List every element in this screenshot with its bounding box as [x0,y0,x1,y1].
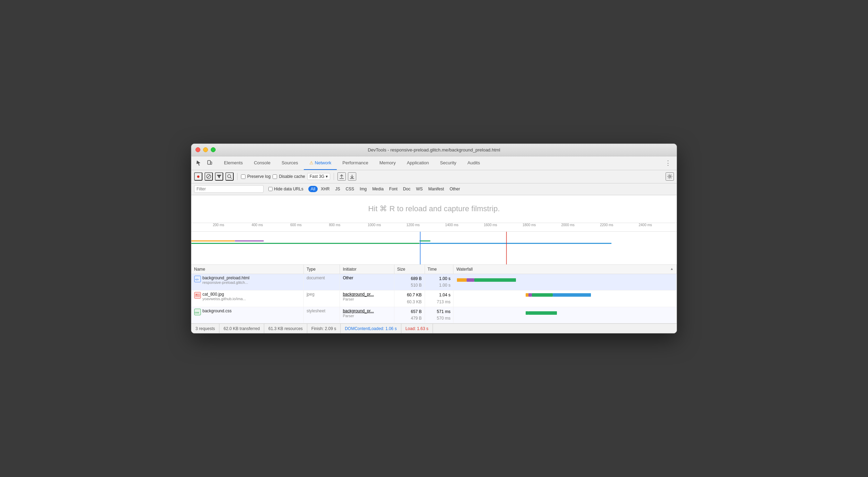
table-row: cat_800.jpg yoavweiss.github.io/ima... j… [191,290,677,307]
table-header-row: Name Type Initiator Size Time Waterfall … [191,265,677,274]
th-time[interactable]: Time [425,265,453,274]
ruler-mark-1400: 1400 ms [444,223,483,227]
svg-rect-0 [208,161,210,164]
waterfall-cell-3 [453,307,677,323]
jpg-file-icon [194,292,201,299]
filter-icon[interactable] [215,172,223,181]
th-size[interactable]: Size [394,265,425,274]
filmstrip-hint: Hit ⌘ R to reload and capture filmstrip. [368,204,500,213]
th-name[interactable]: Name [191,265,303,274]
download-button[interactable] [348,172,356,181]
preserve-log-checkbox[interactable] [241,174,245,179]
timeline-bars [191,232,677,265]
type-cell-1: document [303,274,340,290]
disable-cache-checkbox[interactable] [273,174,277,179]
filter-input[interactable] [194,185,264,193]
svg-rect-24 [195,294,200,297]
hide-data-urls-label[interactable]: Hide data URLs [266,186,306,192]
svg-rect-21 [467,278,474,282]
status-transferred: 62.0 KB transferred [219,324,264,333]
th-type[interactable]: Type [303,265,340,274]
waterfall-cell-2 [453,290,677,307]
minimize-button[interactable] [203,147,208,152]
toolbar: ● Preserve log Disable cache Fast 3G ▾ [191,170,677,183]
settings-button[interactable] [666,172,674,181]
svg-rect-15 [419,240,430,241]
type-filter: All XHR JS CSS Img Media Font Doc WS Man… [308,186,462,192]
window-title: DevTools - responsive-preload.glitch.me/… [368,147,500,153]
warning-icon: ⚠ [309,160,314,165]
more-tabs-icon[interactable]: ⋮ [662,159,674,167]
initiator-cell-2: background_pr... Parser [340,290,394,307]
name-cell-3[interactable]: CSS background.css [191,307,303,323]
search-icon[interactable] [225,172,234,181]
devtools-window: DevTools - responsive-preload.glitch.me/… [191,143,677,334]
tab-network[interactable]: ⚠ Network [304,156,337,170]
tab-console[interactable]: Console [248,156,276,170]
device-icon[interactable] [205,158,214,167]
chevron-down-icon: ▾ [326,174,328,179]
type-btn-xhr[interactable]: XHR [318,186,332,192]
tab-elements[interactable]: Elements [218,156,248,170]
time-cell-3: 571 ms 570 ms [425,307,453,323]
svg-rect-27 [528,293,532,297]
svg-line-3 [207,175,210,178]
name-cell-1[interactable]: </> background_preload.html responsive-p… [191,274,303,290]
cursor-icon[interactable] [194,158,203,167]
svg-rect-1 [210,162,212,164]
type-btn-img[interactable]: Img [357,186,369,192]
size-cell-1: 689 B 510 B [394,274,425,290]
tab-sources[interactable]: Sources [276,156,304,170]
ruler-mark-800: 800 ms [328,223,367,227]
svg-rect-33 [528,311,557,315]
status-load: Load: 1.63 s [401,324,433,333]
ruler-mark-200: 200 ms [212,223,251,227]
status-dom: DOMContentLoaded: 1.06 s [341,324,401,333]
timeline-ruler: 200 ms 400 ms 600 ms 800 ms 1000 ms 1200… [191,223,677,232]
type-btn-other[interactable]: Other [447,186,462,192]
type-btn-js[interactable]: JS [333,186,342,192]
throttle-select[interactable]: Fast 3G ▾ [307,173,331,180]
tab-security[interactable]: Security [434,156,462,170]
th-waterfall[interactable]: Waterfall ▲ [453,265,677,274]
divider-1 [237,173,237,180]
tab-bar: Elements Console Sources ⚠ Network Perfo… [191,156,677,170]
clear-button[interactable] [205,172,213,181]
svg-rect-13 [191,243,419,244]
type-btn-manifest[interactable]: Manifest [426,186,446,192]
close-button[interactable] [195,147,200,152]
svg-text:CSS: CSS [195,312,199,314]
tab-memory[interactable]: Memory [374,156,401,170]
status-resources: 61.3 KB resources [264,324,307,333]
name-cell-2[interactable]: cat_800.jpg yoavweiss.github.io/ima... [191,290,303,307]
preserve-log-label[interactable]: Preserve log [241,174,270,179]
type-btn-all[interactable]: All [308,186,318,192]
traffic-lights [195,147,216,152]
type-btn-font[interactable]: Font [387,186,400,192]
type-btn-ws[interactable]: WS [414,186,425,192]
svg-rect-11 [191,240,235,241]
svg-point-10 [669,176,671,178]
svg-rect-29 [553,293,591,297]
sort-icon: ▲ [670,267,674,271]
maximize-button[interactable] [211,147,216,152]
upload-button[interactable] [337,172,346,181]
type-btn-doc[interactable]: Doc [401,186,413,192]
table-row: </> background_preload.html responsive-p… [191,274,677,290]
time-cell-1: 1.00 s 1.00 s [425,274,453,290]
tab-audits[interactable]: Audits [462,156,485,170]
waterfall-cell-1 [453,274,677,290]
ruler-mark-2200: 2200 ms [599,223,638,227]
ruler-mark-1200: 1200 ms [406,223,445,227]
tab-application[interactable]: Application [401,156,435,170]
tab-bar-icons [194,158,214,167]
th-initiator[interactable]: Initiator [340,265,394,274]
record-button[interactable]: ● [194,172,202,181]
disable-cache-label[interactable]: Disable cache [273,174,305,179]
type-btn-media[interactable]: Media [370,186,386,192]
tab-performance[interactable]: Performance [337,156,374,170]
svg-rect-12 [235,240,264,241]
hide-data-urls-checkbox[interactable] [268,187,273,191]
type-btn-css[interactable]: CSS [343,186,357,192]
ruler-mark-1600: 1600 ms [483,223,522,227]
